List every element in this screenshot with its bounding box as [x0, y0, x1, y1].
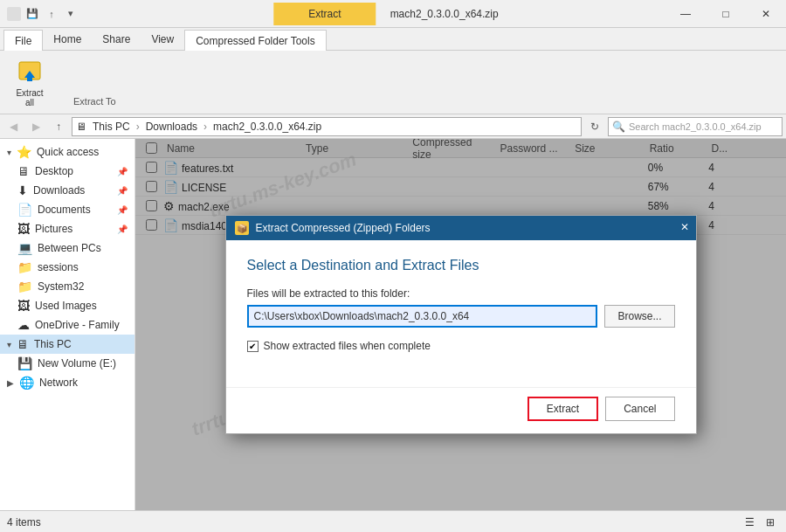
- extraction-path-input[interactable]: [247, 305, 598, 328]
- folder-icon: 📁: [17, 280, 32, 294]
- address-this-pc[interactable]: This PC: [90, 120, 133, 134]
- pin-icon: 📌: [117, 167, 128, 176]
- network-icon: 🌐: [19, 376, 34, 390]
- minimize-button[interactable]: —: [665, 0, 706, 28]
- collapse-arrow: ▾: [7, 340, 11, 349]
- zip-filename: mach2_0.3.0.0_x64.zip: [376, 8, 513, 20]
- sidebar-label: Between PCs: [38, 242, 128, 254]
- window-controls: — □ ✕: [665, 0, 786, 28]
- modal-titlebar: 📦 Extract Compressed (Zipped) Folders ✕: [226, 216, 696, 240]
- close-button[interactable]: ✕: [746, 0, 786, 28]
- sidebar-item-desktop[interactable]: 🖥 Desktop 📌: [0, 162, 134, 181]
- address-box[interactable]: 🖥 This PC › Downloads › mach2_0.3.0.0_x6…: [72, 117, 582, 136]
- tab-view[interactable]: View: [141, 29, 184, 50]
- title-bar: 💾 ↑ ▾ Extract mach2_0.3.0.0_x64.zip — □ …: [0, 0, 786, 28]
- collapse-arrow: ▾: [7, 148, 11, 157]
- dropdown-icon[interactable]: ▾: [63, 6, 79, 22]
- modal-overlay: 📦 Extract Compressed (Zipped) Folders ✕ …: [135, 139, 786, 510]
- sidebar: ▾ ⭐ Quick access 🖥 Desktop 📌 ⬇ Downloads…: [0, 139, 135, 510]
- items-count: 4 items: [7, 516, 41, 529]
- downloads-icon: ⬇: [17, 183, 28, 197]
- main-area: ▾ ⭐ Quick access 🖥 Desktop 📌 ⬇ Downloads…: [0, 139, 786, 510]
- large-icons-view-button[interactable]: ⊞: [762, 514, 779, 531]
- sidebar-label: System32: [38, 280, 128, 293]
- desktop-icon: 🖥: [17, 164, 30, 178]
- sidebar-label: Quick access: [37, 146, 128, 158]
- modal-footer: Extract Cancel: [226, 387, 696, 433]
- browse-button[interactable]: Browse...: [604, 305, 674, 328]
- folder-icon: 📁: [17, 260, 32, 274]
- modal-heading: Select a Destination and Extract Files: [247, 258, 675, 273]
- extract-all-button[interactable]: Extractall: [7, 53, 52, 111]
- star-icon: ⭐: [17, 145, 31, 159]
- sidebar-label: Documents: [38, 204, 110, 216]
- forward-button[interactable]: ▶: [26, 117, 45, 136]
- sidebar-item-pictures[interactable]: 🖼 Pictures 📌: [0, 219, 134, 238]
- show-files-checkbox[interactable]: ✔: [247, 341, 259, 352]
- extract-button[interactable]: Extract: [527, 397, 598, 421]
- chevron-1: ›: [136, 121, 140, 133]
- quick-access-toolbar: 💾 ↑ ▾: [24, 6, 79, 22]
- sidebar-item-sessions[interactable]: 📁 sessions: [0, 258, 134, 277]
- sidebar-item-new-volume[interactable]: 💾 New Volume (E:): [0, 354, 134, 373]
- documents-icon: 📄: [17, 203, 32, 217]
- status-bar: 4 items ☰ ⊞: [0, 510, 786, 532]
- address-folder-icon: 🖥: [76, 121, 86, 133]
- sidebar-label: Used Images: [35, 300, 128, 312]
- tab-file[interactable]: File: [3, 30, 43, 51]
- up-icon[interactable]: ↑: [44, 6, 59, 22]
- pictures-icon: 🖼: [17, 222, 30, 236]
- pictures-icon: 🖼: [17, 299, 30, 313]
- sidebar-item-network[interactable]: ▶ 🌐 Network: [0, 373, 134, 392]
- refresh-button[interactable]: ↻: [585, 117, 604, 136]
- pin-icon: 📌: [117, 186, 128, 196]
- sidebar-label: Desktop: [35, 165, 110, 177]
- show-files-label: Show extracted files when complete: [264, 340, 431, 352]
- sidebar-item-between-pcs[interactable]: 💻 Between PCs: [0, 238, 134, 258]
- title-center: Extract mach2_0.3.0.0_x64.zip: [273, 3, 512, 25]
- tab-share[interactable]: Share: [92, 29, 141, 50]
- search-placeholder: Search mach2_0.3.0.0_x64.zip: [629, 121, 762, 132]
- extract-to-label: Extract To: [66, 93, 123, 110]
- up-button[interactable]: ↑: [49, 117, 68, 136]
- sidebar-label: This PC: [34, 338, 128, 350]
- chevron-2: ›: [203, 121, 207, 133]
- sidebar-label: Network: [39, 377, 128, 389]
- address-bar-area: ◀ ▶ ↑ 🖥 This PC › Downloads › mach2_0.3.…: [0, 114, 786, 139]
- pin-icon: 📌: [117, 205, 128, 215]
- ribbon-content: Extractall Extract To: [0, 51, 786, 114]
- modal-title-icon: 📦: [235, 221, 249, 235]
- sidebar-label: sessions: [38, 261, 128, 273]
- extract-all-label: Extractall: [16, 88, 43, 107]
- search-box[interactable]: 🔍 Search mach2_0.3.0.0_x64.zip: [608, 117, 783, 136]
- ribbon: File Home Share View Compressed Folder T…: [0, 28, 786, 114]
- save-icon[interactable]: 💾: [24, 6, 40, 22]
- computer-icon: 🖥: [17, 337, 29, 351]
- sidebar-item-downloads[interactable]: ⬇ Downloads 📌: [0, 181, 134, 200]
- maximize-button[interactable]: □: [706, 0, 746, 28]
- tab-compressed-folder-tools[interactable]: Compressed Folder Tools: [184, 30, 327, 51]
- back-button[interactable]: ◀: [3, 117, 23, 136]
- sidebar-item-used-images[interactable]: 🖼 Used Images: [0, 296, 134, 315]
- address-zipfile[interactable]: mach2_0.3.0.0_x64.zip: [210, 120, 324, 134]
- extract-all-icon: [14, 57, 45, 88]
- address-downloads[interactable]: Downloads: [143, 120, 200, 134]
- sidebar-item-this-pc[interactable]: ▾ 🖥 This PC: [0, 335, 134, 354]
- sidebar-item-system32[interactable]: 📁 System32: [0, 277, 134, 296]
- status-right: ☰ ⊞: [741, 514, 779, 531]
- details-view-button[interactable]: ☰: [741, 514, 758, 531]
- extract-tab-title: Extract: [273, 3, 376, 25]
- modal-title: Extract Compressed (Zipped) Folders: [256, 222, 431, 234]
- tab-home[interactable]: Home: [43, 29, 92, 50]
- extract-dialog: 📦 Extract Compressed (Zipped) Folders ✕ …: [225, 215, 697, 434]
- sidebar-item-onedrive[interactable]: ☁ OneDrive - Family: [0, 315, 134, 335]
- pin-icon: 📌: [117, 225, 128, 234]
- sidebar-item-documents[interactable]: 📄 Documents 📌: [0, 200, 134, 219]
- svg-rect-2: [27, 78, 32, 81]
- modal-close-button[interactable]: ✕: [675, 218, 694, 237]
- sidebar-item-quick-access[interactable]: ▾ ⭐ Quick access: [0, 142, 134, 162]
- sidebar-label: New Volume (E:): [38, 357, 128, 370]
- cancel-button[interactable]: Cancel: [605, 397, 674, 421]
- files-label: Files will be extracted to this folder:: [247, 287, 675, 300]
- show-files-checkbox-row: ✔ Show extracted files when complete: [247, 340, 675, 352]
